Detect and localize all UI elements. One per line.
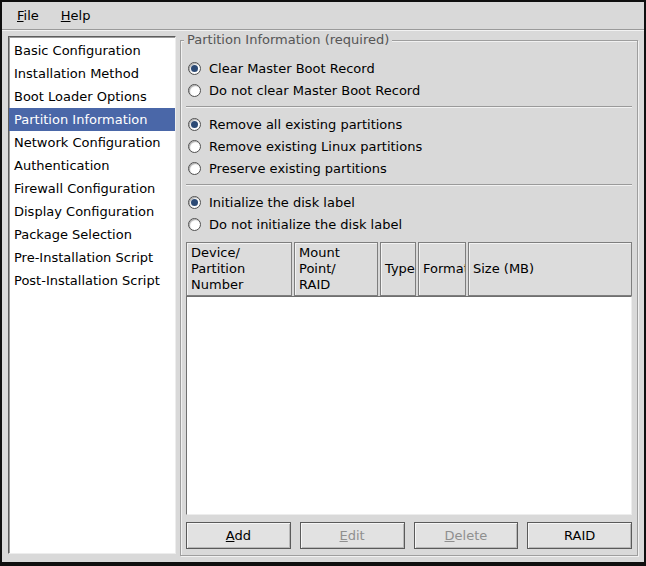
radio-label: Remove all existing partitions [209, 117, 402, 132]
radio-label: Preserve existing partitions [209, 161, 387, 176]
sidebar-item-authentication[interactable]: Authentication [9, 154, 175, 177]
menu-help[interactable]: Help [52, 4, 100, 27]
radio-button-icon [188, 140, 201, 153]
column-header-format[interactable]: Format [418, 242, 466, 296]
edit-button[interactable]: Edit [300, 522, 405, 549]
sidebar-item-installation-method[interactable]: Installation Method [9, 62, 175, 85]
delete-button-label: elete [455, 528, 488, 543]
kickstart-configurator-window: File Help Basic Configuration Installati… [0, 0, 646, 566]
partition-table-header: Device/ Partition Number Mount Point/ RA… [186, 242, 632, 296]
radio-initialize-disk-label[interactable]: Initialize the disk label [186, 191, 632, 213]
sidebar-item-pre-installation-script[interactable]: Pre-Installation Script [9, 246, 175, 269]
menu-bar: File Help [2, 2, 644, 30]
radio-button-icon [188, 162, 201, 175]
partition-information-frame: Partition Information (required) Clear M… [180, 40, 638, 556]
column-header-mount-point-raid[interactable]: Mount Point/ RAID [294, 242, 378, 296]
sidebar-item-firewall-configuration[interactable]: Firewall Configuration [9, 177, 175, 200]
radio-button-icon [188, 196, 201, 209]
radio-do-not-initialize-disk-label[interactable]: Do not initialize the disk label [186, 213, 632, 235]
raid-button[interactable]: RAID [527, 522, 632, 549]
partition-table: Device/ Partition Number Mount Point/ RA… [186, 242, 632, 515]
column-header-device-partition-number[interactable]: Device/ Partition Number [186, 242, 292, 296]
radio-button-icon [188, 218, 201, 231]
radio-label: Remove existing Linux partitions [209, 139, 422, 154]
radio-button-icon [188, 84, 201, 97]
sidebar-item-package-selection[interactable]: Package Selection [9, 223, 175, 246]
menu-file-label: ile [24, 8, 39, 23]
radio-clear-mbr[interactable]: Clear Master Boot Record [186, 57, 632, 79]
radio-remove-linux-partitions[interactable]: Remove existing Linux partitions [186, 135, 632, 157]
add-button-label: dd [234, 528, 251, 543]
menu-help-accesskey: H [61, 8, 71, 23]
edit-button-accesskey: E [340, 528, 348, 543]
menu-file[interactable]: File [8, 4, 48, 27]
sidebar-item-network-configuration[interactable]: Network Configuration [9, 131, 175, 154]
edit-button-label: dit [348, 528, 365, 543]
delete-button[interactable]: Delete [414, 522, 519, 549]
radio-remove-all-partitions[interactable]: Remove all existing partitions [186, 113, 632, 135]
radio-label: Do not clear Master Boot Record [209, 83, 420, 98]
sidebar-item-partition-information[interactable]: Partition Information [9, 108, 175, 131]
separator [186, 106, 632, 108]
radio-label: Initialize the disk label [209, 195, 355, 210]
sidebar-item-boot-loader-options[interactable]: Boot Loader Options [9, 85, 175, 108]
radio-preserve-partitions[interactable]: Preserve existing partitions [186, 157, 632, 179]
radio-button-icon [188, 62, 201, 75]
sidebar-item-basic-configuration[interactable]: Basic Configuration [9, 39, 175, 62]
section-list: Basic Configuration Installation Method … [8, 36, 176, 554]
sidebar-item-display-configuration[interactable]: Display Configuration [9, 200, 175, 223]
radio-button-icon [188, 118, 201, 131]
column-header-size-mb[interactable]: Size (MB) [468, 242, 632, 296]
delete-button-accesskey: D [445, 528, 455, 543]
separator [186, 184, 632, 186]
partition-table-body [186, 296, 632, 515]
radio-label: Do not initialize the disk label [209, 217, 402, 232]
menu-help-label: elp [71, 8, 91, 23]
frame-title: Partition Information (required) [184, 32, 392, 47]
column-header-type[interactable]: Type [380, 242, 416, 296]
partition-actions: Add Edit Delete RAID [186, 522, 632, 549]
sidebar-item-post-installation-script[interactable]: Post-Installation Script [9, 269, 175, 292]
radio-label: Clear Master Boot Record [209, 61, 375, 76]
add-button[interactable]: Add [186, 522, 291, 549]
raid-button-label: RAID [564, 528, 595, 543]
radio-do-not-clear-mbr[interactable]: Do not clear Master Boot Record [186, 79, 632, 101]
